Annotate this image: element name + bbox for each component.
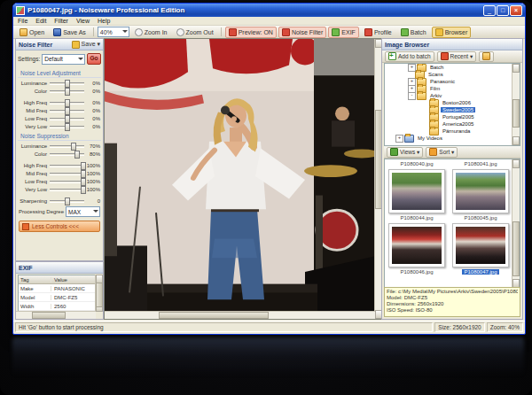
- thumbnail-vertical-scrollbar[interactable]: [512, 159, 520, 288]
- menu-file[interactable]: File: [18, 18, 27, 24]
- title-bar[interactable]: P1080047.jpg - Noiseware Professional Ed…: [13, 4, 525, 17]
- slider-thumb[interactable]: [65, 123, 70, 131]
- verylow-suppress-slider[interactable]: [50, 188, 84, 190]
- tree-item-america2005[interactable]: America2005: [385, 120, 520, 128]
- tree-item-my-videos[interactable]: +My Videos: [385, 135, 520, 142]
- slider-thumb[interactable]: [65, 80, 70, 88]
- folder-icon: [429, 128, 439, 136]
- batch-button[interactable]: Batch: [397, 27, 430, 38]
- scroll-down-arrow[interactable]: [512, 136, 520, 145]
- table-row[interactable]: ModelDMC-FZ5: [19, 293, 95, 302]
- lowfreq-suppress-slider[interactable]: [50, 180, 84, 182]
- verylow-adjust-slider[interactable]: [50, 125, 84, 128]
- menu-edit[interactable]: Edit: [35, 18, 46, 24]
- menu-filter[interactable]: Filter: [54, 18, 68, 24]
- thumbnail-image[interactable]: [452, 223, 509, 267]
- highfreq-adjust-slider[interactable]: [50, 101, 84, 104]
- open-button[interactable]: Open: [16, 27, 48, 38]
- scroll-up-arrow[interactable]: [512, 64, 520, 73]
- tree-item-panasonic[interactable]: +Panasonic: [385, 78, 520, 85]
- profile-button[interactable]: Profile: [361, 27, 395, 38]
- views-dropdown-button[interactable]: Views ▾: [387, 147, 423, 158]
- thumbnail-image[interactable]: [388, 169, 445, 213]
- preview-toggle-button[interactable]: Preview: ON: [225, 27, 277, 38]
- tree-item-film[interactable]: +Film: [385, 85, 520, 92]
- slider-thumb[interactable]: [65, 99, 70, 107]
- info-dimensions: Dimensions: 2560x1920: [387, 301, 518, 307]
- slider-thumb[interactable]: [71, 143, 76, 151]
- save-settings-button[interactable]: Save ▾: [72, 41, 100, 49]
- menu-help[interactable]: Help: [98, 18, 110, 24]
- recent-dropdown-button[interactable]: Recent ▾: [437, 51, 477, 62]
- slider-thumb[interactable]: [65, 198, 70, 205]
- color-adjust-slider[interactable]: [50, 89, 84, 92]
- sharpening-slider[interactable]: [50, 199, 84, 202]
- tree-item-scans[interactable]: Scans: [385, 71, 520, 78]
- slider-thumb[interactable]: [65, 115, 70, 123]
- sort-dropdown-button[interactable]: Sort ▾: [426, 147, 458, 158]
- luminance-adjust-slider[interactable]: [50, 81, 84, 84]
- maximize-button[interactable]: [497, 5, 509, 16]
- processing-degree-combo[interactable]: MAX: [66, 206, 100, 217]
- thumbnail-caption[interactable]: P1080040.jpg: [398, 161, 434, 167]
- midfreq-suppress-slider[interactable]: [50, 172, 84, 174]
- slider-thumb[interactable]: [65, 107, 70, 115]
- thumbnail-image[interactable]: [452, 169, 509, 213]
- thumbnail-caption[interactable]: P1080041.jpg: [462, 161, 498, 167]
- zoom-level-combo[interactable]: 40%: [98, 27, 129, 37]
- browser-toggle-button[interactable]: Browser: [432, 27, 472, 38]
- tree-item-batch[interactable]: +Batch: [385, 64, 520, 71]
- scrollbar-thumb[interactable]: [32, 312, 66, 319]
- preview-horizontal-scrollbar[interactable]: [105, 311, 375, 319]
- slider-thumb[interactable]: [81, 178, 86, 186]
- menu-view[interactable]: View: [76, 18, 90, 24]
- table-row[interactable]: Width2560: [19, 302, 95, 311]
- close-button[interactable]: [510, 5, 522, 16]
- zoom-in-button[interactable]: Zoom In: [131, 27, 171, 38]
- lowfreq-adjust-slider[interactable]: [50, 117, 84, 120]
- save-as-button[interactable]: Save As: [50, 27, 90, 38]
- tree-item-sweden2005[interactable]: Sweden2005: [385, 106, 520, 113]
- scrollbar-thumb[interactable]: [159, 312, 269, 319]
- tree-item-portugal2005[interactable]: Portugal2005: [385, 113, 520, 120]
- minimize-button[interactable]: [483, 5, 496, 16]
- expander-icon[interactable]: -: [408, 92, 416, 100]
- go-button[interactable]: Go: [87, 53, 101, 65]
- luminance-suppress-slider[interactable]: [50, 144, 84, 147]
- add-to-batch-button[interactable]: Add to batch: [385, 51, 434, 62]
- thumbnail-image[interactable]: [388, 223, 445, 267]
- tree-vertical-scrollbar[interactable]: [512, 64, 520, 145]
- settings-preset-combo[interactable]: Default: [42, 54, 85, 65]
- highfreq-suppress-slider[interactable]: [50, 164, 84, 167]
- slider-thumb[interactable]: [81, 170, 86, 178]
- tree-item-boston2006[interactable]: Boston2006: [385, 99, 520, 106]
- less-controls-button[interactable]: Less Controls <<<: [19, 221, 100, 232]
- save-settings-icon: [72, 41, 80, 49]
- scroll-up-arrow[interactable]: [512, 159, 520, 168]
- thumbnail-caption[interactable]: P1080044.jpg: [398, 215, 434, 221]
- expander-icon[interactable]: +: [395, 135, 403, 143]
- image-preview-area: [104, 38, 383, 320]
- batch-icon: [401, 28, 409, 36]
- thumbnail-caption[interactable]: P1080046.jpg: [398, 269, 434, 275]
- zoom-out-button[interactable]: Zoom Out: [173, 27, 217, 38]
- color-suppress-slider[interactable]: [50, 152, 84, 155]
- slider-thumb[interactable]: [74, 151, 80, 159]
- slider-thumb[interactable]: [65, 88, 70, 96]
- scrollbar-thumb[interactable]: [96, 283, 103, 307]
- preview-photo[interactable]: [105, 39, 375, 312]
- tree-item-arkiv[interactable]: -Arkiv: [385, 92, 520, 99]
- thumbnail-caption[interactable]: P1080045.jpg: [462, 215, 498, 221]
- scrollbar-thumb[interactable]: [512, 221, 520, 276]
- exif-panel-button[interactable]: EXIF: [328, 27, 359, 38]
- table-row[interactable]: MakePANASONIC: [19, 284, 95, 293]
- thumbnail-caption-selected[interactable]: P1080047.jpg: [462, 269, 498, 275]
- slider-thumb[interactable]: [81, 162, 86, 170]
- slider-thumb[interactable]: [81, 186, 86, 194]
- folder-up-button[interactable]: [479, 51, 494, 62]
- exif-vertical-scrollbar[interactable]: [95, 275, 103, 312]
- exif-horizontal-scrollbar[interactable]: [16, 311, 96, 319]
- midfreq-adjust-slider[interactable]: [50, 109, 84, 112]
- scrollbar-thumb[interactable]: [512, 99, 520, 128]
- noise-filter-panel-button[interactable]: Noise Filter: [278, 27, 326, 38]
